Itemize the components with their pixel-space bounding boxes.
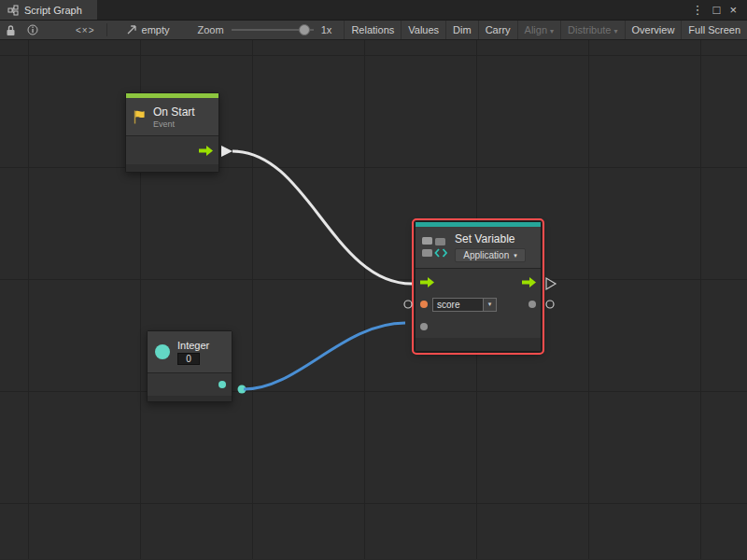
relations-label: Relations	[351, 24, 394, 35]
graph-toolbar: <×> empty Zoom 1x Relations Values Dim C…	[0, 21, 747, 40]
node-integer[interactable]: Integer 0	[147, 330, 233, 402]
zoom-value: 1x	[321, 24, 332, 35]
node-set-variable[interactable]: Set Variable Application ▾	[415, 221, 542, 352]
value-output-port[interactable]	[529, 301, 536, 308]
full-screen-button[interactable]: Full Screen	[681, 21, 747, 39]
flow-wire-start-arrow	[221, 146, 233, 157]
tab-script-graph[interactable]: Script Graph	[0, 0, 97, 20]
titlebar: Script Graph ⋮ □ ×	[0, 0, 747, 21]
variables-icon	[421, 236, 449, 259]
flow-input-port[interactable]	[420, 277, 434, 287]
window-controls: ⋮ □ ×	[687, 0, 747, 20]
toolbar-separator	[106, 23, 107, 36]
name-port-row: score ▾	[416, 293, 541, 315]
node-title: Set Variable	[455, 232, 526, 245]
set-variable-ports: score ▾	[416, 269, 541, 338]
integer-value-input[interactable]: 0	[177, 353, 200, 365]
node-title: On Start	[153, 105, 195, 119]
wire-integer-to-set-variable[interactable]	[244, 323, 405, 389]
on-start-ports	[126, 136, 218, 164]
flow-port-row	[416, 271, 541, 293]
toolbar-buttons: Relations Values Dim Carry Align ▾ Distr…	[344, 21, 747, 39]
values-button[interactable]: Values	[401, 21, 445, 39]
integer-output-port-marker[interactable]	[238, 385, 247, 394]
zoom-slider-handle[interactable]	[299, 24, 310, 35]
overview-button[interactable]: Overview	[625, 21, 682, 39]
dim-button[interactable]: Dim	[445, 21, 478, 39]
value-port-row	[416, 315, 541, 338]
set-variable-left-port-marker[interactable]	[404, 301, 412, 308]
align-label: Align	[525, 24, 547, 35]
node-footer	[126, 164, 218, 172]
value-input-port[interactable]	[420, 323, 428, 330]
wire-on-start-to-set-variable[interactable]	[233, 151, 412, 284]
node-on-start[interactable]: On Start Event	[125, 92, 219, 173]
integer-output-port[interactable]	[218, 381, 226, 388]
align-button: Align ▾	[517, 21, 560, 39]
integer-ports	[148, 373, 232, 396]
close-icon[interactable]: ×	[725, 0, 741, 21]
node-subtitle: Event	[153, 119, 195, 129]
dim-label: Dim	[453, 24, 472, 35]
set-variable-flow-out-marker[interactable]	[546, 278, 556, 289]
flag-icon	[132, 109, 148, 125]
maximize-icon[interactable]: □	[709, 0, 726, 21]
node-footer	[148, 396, 232, 401]
flow-output-port[interactable]	[199, 146, 213, 156]
window-menu-icon[interactable]: ⋮	[687, 0, 709, 21]
variable-scope-label: Application	[463, 250, 509, 260]
node-title: Integer	[177, 340, 209, 351]
graph-pointer-icon	[126, 24, 137, 35]
flow-output-port[interactable]	[522, 277, 536, 287]
variable-name-port[interactable]	[420, 301, 428, 308]
full-screen-label: Full Screen	[688, 24, 740, 35]
node-footer	[416, 338, 541, 351]
on-start-header: On Start Event	[126, 98, 218, 135]
carry-label: Carry	[486, 24, 511, 35]
set-variable-header: Set Variable Application ▾	[416, 227, 541, 268]
carry-button[interactable]: Carry	[478, 21, 517, 39]
integer-header: Integer 0	[148, 331, 232, 372]
lock-icon[interactable]	[6, 24, 16, 36]
tab-title: Script Graph	[24, 5, 82, 16]
info-icon[interactable]	[27, 24, 38, 35]
chevron-down-icon: ▾	[514, 252, 517, 259]
zoom-label: Zoom	[198, 24, 224, 35]
integer-type-icon	[155, 344, 170, 359]
relations-button[interactable]: Relations	[344, 21, 401, 39]
variable-name-value[interactable]: score	[432, 298, 483, 312]
graph-canvas[interactable]: On Start Event	[0, 40, 747, 559]
chevron-down-icon: ▾	[614, 27, 618, 35]
distribute-label: Distribute	[568, 24, 611, 35]
variable-name-dropdown[interactable]: score ▾	[432, 298, 497, 312]
distribute-button: Distribute ▾	[560, 21, 624, 39]
wires-layer	[0, 40, 747, 559]
graph-icon	[7, 5, 19, 16]
overview-label: Overview	[632, 24, 675, 35]
titlebar-spacer	[97, 0, 687, 20]
variable-scope-dropdown[interactable]: Application ▾	[455, 248, 526, 262]
set-variable-right-port-marker[interactable]	[546, 301, 554, 308]
chevron-down-icon[interactable]: ▾	[483, 298, 497, 312]
graph-breadcrumb[interactable]: empty	[126, 24, 170, 35]
zoom-slider[interactable]	[232, 23, 314, 36]
graph-state-label: empty	[142, 24, 170, 35]
code-preview-icon[interactable]: <×>	[76, 25, 95, 35]
values-label: Values	[408, 24, 439, 35]
chevron-down-icon: ▾	[550, 27, 554, 35]
